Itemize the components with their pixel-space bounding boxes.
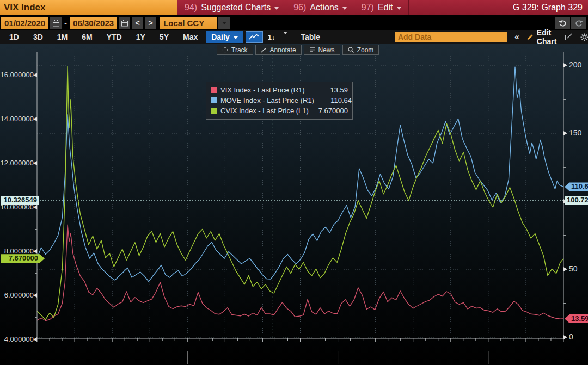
- next-period-button[interactable]: >: [145, 17, 156, 29]
- menu-number-prefix: 94): [185, 3, 197, 13]
- zoom-icon: [348, 47, 354, 53]
- chart-tool-news[interactable]: News: [304, 45, 340, 55]
- title-bar: VIX Index 94)Suggested Charts96)Actions9…: [0, 0, 588, 15]
- chart-legend[interactable]: VIX Index - Last Price (R1)13.59MOVE Ind…: [206, 82, 353, 120]
- note-pencil-icon: [565, 33, 573, 41]
- calendar-icon: [121, 20, 128, 27]
- caret-down-icon: [222, 22, 226, 24]
- end-date-field[interactable]: 06/30/2023: [70, 17, 117, 29]
- caret-down-icon: [283, 32, 287, 40]
- legend-series-name: CVIX Index - Last Price (L1): [220, 107, 310, 115]
- period-tab-5y[interactable]: 5Y: [152, 30, 176, 44]
- frequency-select[interactable]: Daily: [206, 31, 242, 43]
- annotate-note-button[interactable]: [562, 32, 575, 42]
- bar-period-icon: 1↓: [268, 33, 275, 41]
- frequency-label: Daily: [211, 33, 229, 41]
- add-data-input[interactable]: [395, 32, 507, 42]
- left-axis-tick-label: 16.000000: [0, 71, 34, 79]
- menu-item-suggested-charts[interactable]: 94)Suggested Charts: [177, 0, 286, 15]
- menu-item-edit[interactable]: 97)Edit: [354, 0, 409, 15]
- right-axis-badge: 13.59: [565, 314, 588, 323]
- caret-down-icon: [234, 36, 238, 39]
- legend-row: VIX Index - Last Price (R1)13.59: [211, 85, 348, 95]
- start-date-calendar-button[interactable]: [50, 17, 62, 29]
- calendar-icon: [52, 20, 60, 27]
- end-date-calendar-button[interactable]: [119, 17, 130, 29]
- right-axis-tick-label: 0: [569, 332, 573, 341]
- line-chart-icon: [249, 34, 260, 40]
- chart-tool-label: News: [318, 46, 335, 54]
- menu-item-actions[interactable]: 96)Actions: [286, 0, 354, 15]
- chart-toolbar-row: 1D3D1M6MYTD1Y5YMax Daily 1↓ Table « Edit…: [0, 30, 588, 44]
- right-axis-badge: 110.64: [565, 182, 588, 191]
- period-tab-1y[interactable]: 1Y: [129, 30, 152, 44]
- chart-region[interactable]: TrackAnnotateNewsZoom VIX Index - Last P…: [0, 44, 588, 365]
- currency-select[interactable]: Local CCY: [160, 17, 217, 29]
- menu-item-label: Edit: [378, 3, 393, 13]
- legend-row: CVIX Index - Last Price (L1)7.670000: [211, 106, 348, 116]
- left-axis-tick-label: 12.000000: [0, 159, 34, 168]
- news-icon: [309, 47, 315, 53]
- menu-number-prefix: 96): [293, 3, 306, 13]
- chart-tool-annotate[interactable]: Annotate: [255, 45, 302, 55]
- menu-number-prefix: 97): [362, 3, 374, 13]
- left-axis-badge: 10.326549: [1, 196, 39, 205]
- date-range-separator: -: [63, 18, 68, 28]
- table-button[interactable]: Table: [301, 33, 320, 41]
- left-axis-tick-label: 4.000000: [0, 335, 34, 344]
- period-tab-6m[interactable]: 6M: [75, 30, 99, 44]
- legend-series-value: 7.670000: [314, 107, 348, 115]
- left-axis-badge: 7.670000: [1, 254, 45, 263]
- undo-button[interactable]: [555, 17, 570, 29]
- right-axis-tick-label: 200: [569, 60, 581, 69]
- caret-down-icon: [274, 7, 279, 10]
- menu-item-label: Actions: [310, 3, 338, 13]
- start-date-field[interactable]: 01/02/2020: [1, 17, 48, 29]
- caret-down-icon: [397, 7, 401, 10]
- legend-color-chip: [211, 108, 217, 114]
- chart-mini-toolbar: TrackAnnotateNewsZoom: [217, 45, 379, 55]
- period-tab-max[interactable]: Max: [176, 30, 205, 44]
- settings-button[interactable]: [578, 32, 588, 42]
- bloomberg-terminal-screen: VIX Index 94)Suggested Charts96)Actions9…: [0, 0, 588, 365]
- currency-caret-button[interactable]: [218, 17, 230, 29]
- track-icon: [222, 47, 228, 53]
- menu-item-label: Suggested Charts: [201, 3, 271, 13]
- bar-period-button[interactable]: 1↓: [265, 32, 278, 42]
- line-chart-type-button[interactable]: [246, 31, 263, 43]
- left-axis-tick-label: 14.000000: [0, 115, 34, 123]
- prev-period-button[interactable]: <: [132, 17, 143, 29]
- annotate-icon: [261, 47, 267, 53]
- pencil-icon: [526, 34, 534, 41]
- collapse-toolbar-button[interactable]: «: [512, 32, 522, 42]
- period-tab-ytd[interactable]: YTD: [100, 30, 129, 44]
- security-ticker-field[interactable]: VIX Index: [0, 0, 177, 15]
- chart-tool-track[interactable]: Track: [217, 45, 253, 55]
- period-tab-3d[interactable]: 3D: [26, 30, 50, 44]
- gear-icon: [580, 33, 588, 41]
- legend-row: MOVE Index - Last Price (R1)110.64: [211, 95, 348, 106]
- period-tab-1m[interactable]: 1M: [50, 30, 75, 44]
- menu-bar: 94)Suggested Charts96)Actions97)Edit G 3…: [177, 0, 588, 15]
- period-tab-1d[interactable]: 1D: [2, 30, 26, 44]
- left-axis-tick-label: 6.000000: [0, 291, 34, 300]
- legend-series-name: VIX Index - Last Price (R1): [220, 86, 310, 94]
- graph-id-label: G 329: Graph 329: [513, 0, 588, 15]
- undo-icon: [559, 19, 567, 27]
- redo-icon: [575, 19, 583, 27]
- legend-series-name: MOVE Index - Last Price (R1): [220, 96, 314, 104]
- redo-button[interactable]: [571, 17, 586, 29]
- date-range-bar: 01/02/2020 - 06/30/2023 < > Local CCY: [0, 15, 588, 30]
- chart-type-caret-button[interactable]: [279, 34, 292, 40]
- right-axis-tick-label: 150: [569, 128, 581, 137]
- right-axis-badge: 100.7202: [565, 196, 588, 205]
- chart-tool-label: Zoom: [357, 46, 374, 54]
- chart-tool-zoom[interactable]: Zoom: [342, 45, 379, 55]
- chart-tool-label: Track: [231, 46, 248, 54]
- caret-down-icon: [342, 7, 347, 10]
- right-axis-tick-label: 50: [569, 264, 578, 273]
- chart-tool-label: Annotate: [270, 46, 296, 54]
- legend-color-chip: [211, 87, 217, 93]
- legend-series-value: 13.59: [314, 86, 348, 94]
- legend-color-chip: [211, 97, 217, 103]
